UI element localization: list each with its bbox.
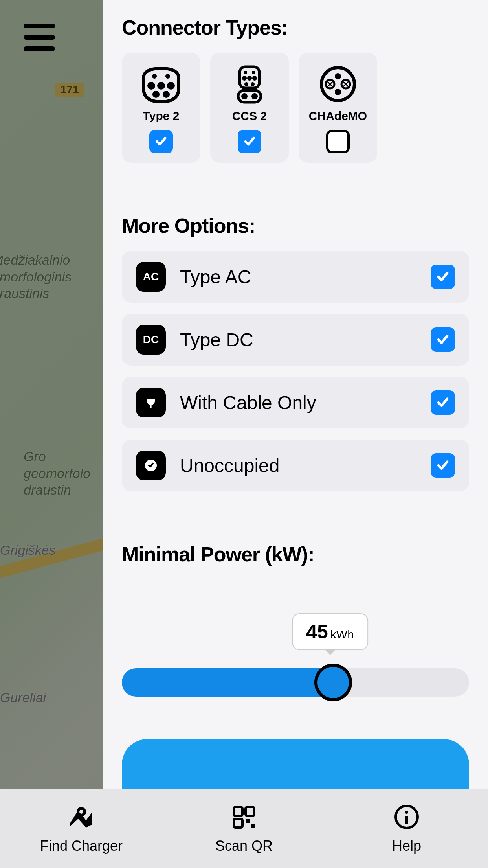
option-label: Type DC [180,329,416,351]
svg-point-13 [244,82,248,86]
option-type-dc-checkbox[interactable] [431,327,455,352]
svg-point-6 [163,91,170,98]
check-icon [435,332,450,347]
ac-icon: AC [136,262,166,292]
connector-ccs2-checkbox[interactable] [238,130,261,153]
svg-point-16 [241,93,248,99]
options-list: AC Type AC DC Type DC With Cable Only [122,251,469,491]
check-icon [154,134,168,149]
connector-types-title: Connector Types: [122,16,469,39]
tab-find-charger[interactable]: Find Charger [0,789,163,868]
svg-point-8 [244,71,247,74]
slider-unit: kWh [330,628,354,641]
check-icon [435,458,450,473]
option-unoccupied-checkbox[interactable] [431,453,455,478]
svg-rect-32 [234,819,242,828]
chademo-icon [316,64,360,104]
svg-point-11 [247,76,252,81]
minimal-power-title: Minimal Power (kW): [122,542,469,566]
svg-point-12 [252,76,257,81]
svg-point-17 [251,93,258,99]
svg-point-0 [152,74,157,79]
connector-name: Type 2 [143,109,180,123]
svg-rect-31 [246,807,254,816]
filter-panel: Connector Types: Type 2 [103,0,488,868]
option-type-dc[interactable]: DC Type DC [122,314,469,366]
svg-rect-30 [234,807,242,816]
tab-scan-qr[interactable]: Scan QR [163,789,325,868]
slider-fill [122,668,342,697]
type2-icon [139,64,183,104]
check-icon [242,134,257,149]
ccs2-icon [228,64,271,104]
connector-type2-checkbox[interactable] [149,130,173,153]
tab-help[interactable]: Help [325,789,488,868]
svg-point-5 [152,91,160,98]
svg-point-14 [251,82,255,86]
svg-point-4 [167,82,175,90]
more-options-title: More Options: [122,214,469,237]
svg-point-3 [157,82,165,90]
svg-point-19 [335,73,341,79]
option-unoccupied[interactable]: Unoccupied [122,440,469,491]
info-icon [392,803,422,831]
tab-bar: Find Charger Scan QR Help [0,789,488,868]
connector-chademo-checkbox[interactable] [326,130,350,153]
svg-rect-33 [246,819,250,823]
svg-point-2 [147,82,155,90]
option-label: With Cable Only [180,392,416,414]
menu-icon[interactable] [24,24,55,51]
option-type-ac-checkbox[interactable] [431,265,455,289]
slider-thumb[interactable] [314,664,352,701]
connector-types-list: Type 2 CCS 2 [122,53,469,163]
tab-label: Scan QR [215,838,273,854]
map-pin-icon [66,803,96,831]
slider-value-tooltip: 45 kWh [292,613,368,650]
connector-name: CCS 2 [232,109,267,123]
svg-point-29 [79,810,83,814]
option-with-cable[interactable]: With Cable Only [122,377,469,428]
connector-type2-card[interactable]: Type 2 [122,53,200,163]
svg-point-36 [405,811,408,814]
svg-point-10 [242,76,247,81]
apply-button[interactable] [122,739,469,790]
connector-name: CHAdeMO [309,109,367,123]
option-label: Unoccupied [180,455,416,476]
option-with-cable-checkbox[interactable] [431,390,455,415]
unoccupied-icon [136,451,166,480]
tab-label: Help [392,838,421,854]
option-label: Type AC [180,266,416,288]
svg-rect-34 [251,824,255,828]
check-icon [435,395,450,410]
option-type-ac[interactable]: AC Type AC [122,251,469,303]
svg-point-20 [335,89,341,95]
connector-ccs2-card[interactable]: CCS 2 [210,53,289,163]
connector-chademo-card[interactable]: CHAdeMO [299,53,377,163]
dc-icon: DC [136,325,166,355]
svg-rect-37 [405,816,408,824]
tab-label: Find Charger [40,838,123,854]
svg-point-9 [252,71,255,74]
svg-point-1 [165,74,170,79]
check-icon [435,269,450,284]
qr-icon [229,803,259,831]
plug-icon [136,388,166,417]
slider-value: 45 [306,620,328,643]
